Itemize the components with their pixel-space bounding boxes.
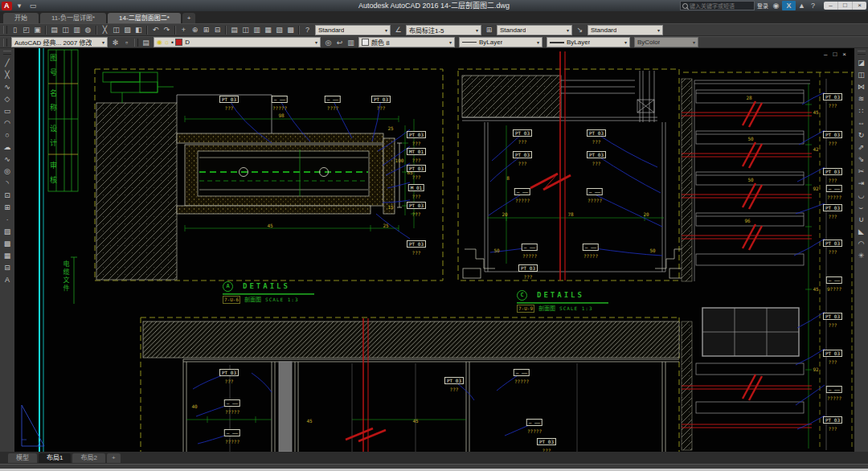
rectangle-icon[interactable]: ▭ — [2, 105, 13, 117]
zoom-previous-icon[interactable]: ⊟ — [212, 25, 223, 35]
layer-properties-icon[interactable]: ▤ — [141, 38, 151, 47]
gradient-icon[interactable]: ▩ — [2, 238, 13, 250]
app-menu-arrow-icon[interactable]: ▾ — [14, 1, 25, 10]
publish-icon[interactable]: ▥ — [72, 25, 82, 35]
scale-icon[interactable]: ⇗ — [856, 141, 867, 154]
toolbar-grip[interactable] — [3, 26, 7, 34]
region-icon[interactable]: ▦ — [2, 250, 13, 262]
break-at-point-icon[interactable]: ◡ — [856, 190, 867, 202]
table-icon[interactable]: ⊟ — [2, 262, 13, 274]
drawing-minimize-button[interactable]: – — [824, 51, 827, 58]
save-icon[interactable]: ▣ — [32, 25, 43, 35]
signin-label[interactable]: 登录 — [757, 2, 768, 10]
linetype-select[interactable]: ByLayer — [459, 37, 542, 47]
layout-tab-布局1[interactable]: 布局1 — [39, 453, 71, 463]
undo-icon[interactable]: ↶ — [150, 25, 161, 35]
search-input[interactable] — [690, 2, 752, 10]
revision-cloud-icon[interactable]: ☁ — [2, 141, 13, 154]
open-icon[interactable]: ◰ — [21, 25, 31, 35]
table-style-icon[interactable]: ⊞ — [484, 25, 494, 35]
layer-lock-icon[interactable]: ▪ — [171, 39, 174, 46]
rotate-icon[interactable]: ↻ — [856, 129, 867, 141]
mirror-icon[interactable]: ⋈ — [856, 81, 867, 93]
layout-tab-模型[interactable]: 模型 — [8, 453, 37, 463]
toolbar-grip[interactable] — [858, 51, 866, 55]
redo-icon[interactable]: ↷ — [162, 25, 172, 35]
designcenter-icon[interactable]: ◫ — [240, 25, 251, 35]
workspace-gear-icon[interactable]: ✻ — [110, 38, 121, 47]
new-tab-button[interactable]: + — [107, 453, 121, 463]
circle-icon[interactable]: ○ — [2, 129, 13, 141]
cut-icon[interactable]: ╳ — [100, 25, 110, 35]
tool-palettes-icon[interactable]: ▥ — [252, 25, 262, 35]
construction-line-icon[interactable]: ╳ — [2, 69, 13, 81]
layer-select[interactable]: ◉ ☼ ▪ D — [154, 37, 321, 47]
line-icon[interactable]: ╱ — [2, 57, 13, 69]
text-style-select[interactable]: Standard — [315, 25, 391, 35]
match-properties-icon[interactable]: ◧ — [133, 25, 144, 35]
chamfer-icon[interactable]: ◣ — [856, 226, 867, 238]
plot-preview-icon[interactable]: ◫ — [60, 25, 71, 35]
layer-on-icon[interactable]: ◉ — [157, 39, 162, 46]
toolbar-grip[interactable] — [3, 51, 11, 55]
help-toolbar-icon[interactable]: ? — [302, 25, 313, 35]
quickcalc-icon[interactable]: ▩ — [285, 25, 296, 35]
ellipse-arc-icon[interactable]: ◝ — [2, 178, 13, 190]
arc-icon[interactable]: ◠ — [2, 117, 13, 129]
layer-freeze-icon[interactable]: ☼ — [164, 39, 170, 46]
fillet-icon[interactable]: ◠ — [856, 238, 867, 250]
spline-icon[interactable]: ∿ — [2, 154, 13, 166]
copy-icon[interactable]: ◫ — [111, 25, 121, 35]
search-icon[interactable] — [682, 3, 688, 9]
explode-icon[interactable]: ✳ — [856, 250, 867, 262]
file-tab-11-负一层详图*[interactable]: 11-负一层详图* — [40, 13, 106, 23]
new-tab-button[interactable]: + — [182, 13, 196, 23]
export-icon[interactable]: ◍ — [83, 25, 93, 35]
sheet-set-manager-icon[interactable]: ▦ — [263, 25, 273, 35]
quick-access-toolbar-icon[interactable]: ▭ — [28, 1, 39, 10]
offset-icon[interactable]: ≋ — [856, 93, 867, 105]
exchange-apps-icon[interactable]: X — [782, 1, 796, 10]
point-icon[interactable]: ∙ — [2, 214, 13, 226]
file-tab-开始[interactable]: 开始 — [3, 13, 39, 23]
file-tab-14-二层剖面图二*[interactable]: 14-二层剖面图二* — [108, 13, 181, 23]
color-select[interactable]: 颜色 8 — [358, 37, 455, 47]
drawing-canvas[interactable]: –□× — [14, 48, 854, 452]
break-icon[interactable]: ⌣ — [856, 202, 867, 214]
workspace-select[interactable]: AutoCAD 经典... 2007 修改 — [11, 37, 108, 47]
polygon-icon[interactable]: ◇ — [2, 93, 13, 105]
extend-icon[interactable]: ⇥ — [856, 178, 867, 190]
copy-object-icon[interactable]: ◫ — [856, 69, 867, 81]
layout-tab-布局2[interactable]: 布局2 — [72, 453, 104, 463]
stretch-icon[interactable]: ⇘ — [856, 154, 867, 166]
mleader-style-select[interactable]: Standard — [588, 25, 663, 35]
workspace-lock-icon[interactable]: ▫ — [121, 38, 132, 47]
layer-states-icon[interactable]: ▥ — [346, 38, 356, 47]
layer-color-swatch[interactable] — [175, 39, 182, 46]
paste-icon[interactable]: ▨ — [122, 25, 133, 35]
create-block-icon[interactable]: ⊞ — [2, 202, 13, 214]
make-object-layer-current-icon[interactable]: ◎ — [323, 38, 334, 47]
pan-icon[interactable]: + — [178, 25, 189, 35]
layer-previous-icon[interactable]: ↩ — [334, 38, 345, 47]
multiline-text-icon[interactable]: A — [2, 274, 13, 286]
mleader-style-icon[interactable]: ↘ — [575, 25, 585, 35]
erase-icon[interactable]: ◪ — [856, 57, 867, 69]
markup-set-manager-icon[interactable]: ▧ — [274, 25, 285, 35]
move-icon[interactable]: ⇔ — [856, 117, 867, 129]
properties-palette-icon[interactable]: ▤ — [229, 25, 240, 35]
toolbar-grip[interactable] — [3, 39, 7, 47]
help-icon[interactable]: ? — [808, 1, 818, 10]
drawing-close-button[interactable]: × — [842, 51, 846, 58]
restore-button[interactable]: □ — [838, 2, 853, 10]
ellipse-icon[interactable]: ◎ — [2, 166, 13, 178]
autocad-logo-button[interactable]: A — [2, 2, 12, 10]
drawing-restore-button[interactable]: □ — [833, 51, 837, 58]
qnew-icon[interactable]: ▯ — [10, 25, 20, 35]
hatch-icon[interactable]: ▨ — [2, 226, 13, 238]
minimize-button[interactable]: – — [824, 2, 838, 10]
signin-user-icon[interactable]: ◉ — [771, 1, 781, 10]
insert-block-icon[interactable]: ⊡ — [2, 190, 13, 202]
polyline-icon[interactable]: ∿ — [2, 81, 13, 93]
join-icon[interactable]: ∪ — [856, 214, 867, 226]
